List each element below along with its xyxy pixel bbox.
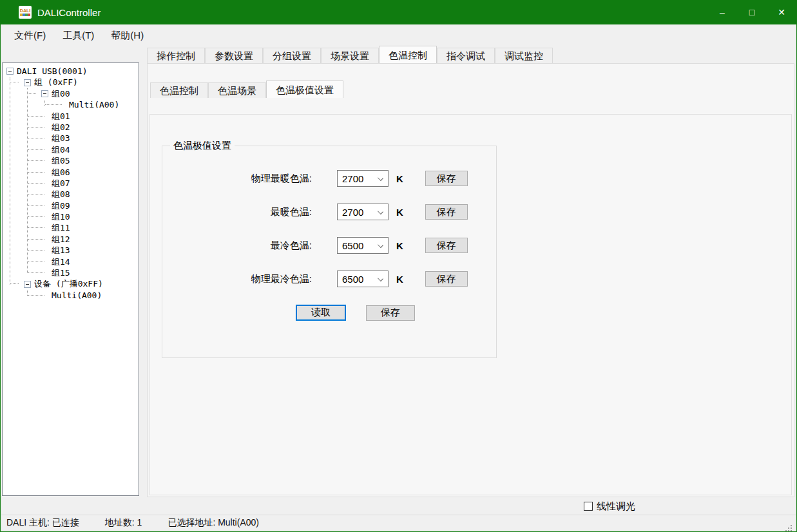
action-row: 读取 保存 bbox=[162, 305, 496, 321]
sub-tab-pane: 色温极值设置 物理最暖色温:2700K保存最暖色温:2700K保存最冷色温:65… bbox=[149, 114, 792, 495]
tree-expander-icon[interactable] bbox=[6, 68, 14, 75]
tree-connector bbox=[28, 272, 44, 273]
tree-node-1[interactable]: 组 (0xFF) bbox=[3, 77, 139, 88]
close-button[interactable]: ✕ bbox=[767, 0, 796, 24]
maximize-button[interactable]: □ bbox=[737, 0, 767, 24]
tree-node-8[interactable]: 组05 bbox=[3, 155, 139, 166]
tab-sub-2[interactable]: 色温极值设置 bbox=[266, 81, 343, 98]
app-icon: DALI bbox=[19, 6, 32, 19]
tree-node-label: 组 (0xFF) bbox=[34, 77, 78, 88]
tree-node-label: 组07 bbox=[52, 178, 70, 189]
tab-area: 操作控制参数设置分组设置场景设置色温控制指令调试调试监控 色温控制色温场景色温极… bbox=[147, 48, 794, 497]
tree-node-18[interactable]: 组15 bbox=[3, 267, 139, 278]
main-tabstrip: 操作控制参数设置分组设置场景设置色温控制指令调试调试监控 bbox=[147, 48, 794, 63]
tree-connector bbox=[28, 172, 44, 173]
titlebar: DALI DALIController – □ ✕ bbox=[1, 0, 796, 24]
menu-help[interactable]: 帮助(H) bbox=[102, 26, 152, 46]
label-warmest-cct: 最暖色温: bbox=[162, 206, 312, 218]
app-icon-letters: DALI bbox=[20, 8, 30, 14]
sub-tabstrip: 色温控制色温场景色温极值设置 bbox=[150, 82, 343, 98]
tree-connector bbox=[10, 82, 19, 82]
tab-sub-0[interactable]: 色温控制 bbox=[150, 82, 208, 98]
tree-node-label: Multi(A00) bbox=[52, 290, 102, 301]
combo-physical-warmest-cct[interactable]: 2700 bbox=[337, 170, 389, 187]
tree-node-4[interactable]: 组01 bbox=[3, 111, 139, 122]
label-coolest-cct: 最冷色温: bbox=[162, 240, 312, 252]
maximize-icon: □ bbox=[749, 8, 754, 17]
tree-node-12[interactable]: 组09 bbox=[3, 200, 139, 211]
tab-main-2[interactable]: 分组设置 bbox=[263, 48, 321, 63]
tab-main-1[interactable]: 参数设置 bbox=[205, 48, 263, 63]
tree-node-17[interactable]: 组14 bbox=[3, 256, 139, 267]
linear-dimming-label[interactable]: 线性调光 bbox=[597, 500, 635, 513]
combo-coolest-cct[interactable]: 6500 bbox=[337, 237, 389, 254]
save-button-coolest-cct[interactable]: 保存 bbox=[425, 238, 468, 253]
linear-dimming-checkbox[interactable] bbox=[584, 502, 593, 511]
minimize-icon: – bbox=[720, 8, 725, 17]
tree-node-label: 组11 bbox=[52, 222, 70, 233]
unit-label: K bbox=[396, 274, 403, 285]
linear-dimming-row: 线性调光 bbox=[1, 497, 796, 515]
tab-main-4[interactable]: 色温控制 bbox=[379, 46, 437, 63]
tree-connector bbox=[28, 93, 36, 94]
combo-value: 2700 bbox=[342, 173, 363, 184]
chevron-down-icon[interactable] bbox=[378, 276, 383, 281]
combo-value: 6500 bbox=[342, 240, 363, 251]
tree-expander-icon[interactable] bbox=[41, 90, 48, 97]
tree-node-16[interactable]: 组13 bbox=[3, 245, 139, 256]
form-row-coolest-cct: 最冷色温:6500K保存 bbox=[162, 229, 496, 262]
tree-node-label: 组15 bbox=[52, 267, 70, 278]
menu-file[interactable]: 文件(F) bbox=[6, 26, 54, 46]
tab-main-6[interactable]: 调试监控 bbox=[495, 48, 553, 63]
save-button-physical-coolest-cct[interactable]: 保存 bbox=[425, 271, 468, 287]
combo-warmest-cct[interactable]: 2700 bbox=[337, 204, 389, 220]
tree-node-label: 组03 bbox=[52, 133, 70, 144]
status-address-count: 地址数: 1 bbox=[105, 517, 142, 529]
tree-node-10[interactable]: 组07 bbox=[3, 178, 139, 189]
tab-main-3[interactable]: 场景设置 bbox=[321, 48, 379, 63]
tree-connector bbox=[28, 116, 44, 117]
tree-connector bbox=[28, 250, 44, 251]
tree-node-20[interactable]: Multi(A00) bbox=[3, 290, 139, 301]
tree-node-13[interactable]: 组10 bbox=[3, 211, 139, 222]
tree-node-14[interactable]: 组11 bbox=[3, 222, 139, 233]
tree-node-6[interactable]: 组03 bbox=[3, 133, 139, 144]
tab-sub-1[interactable]: 色温场景 bbox=[208, 82, 266, 98]
save-button-physical-warmest-cct[interactable]: 保存 bbox=[425, 171, 468, 186]
tree-node-label: 组09 bbox=[52, 200, 70, 211]
save-all-button[interactable]: 保存 bbox=[366, 305, 415, 321]
tree-node-11[interactable]: 组08 bbox=[3, 189, 139, 200]
tree-node-19[interactable]: 设备 (广播0xFF) bbox=[3, 278, 139, 289]
save-button-warmest-cct[interactable]: 保存 bbox=[425, 204, 468, 220]
tree-expander-icon[interactable] bbox=[24, 281, 31, 288]
tree-node-9[interactable]: 组06 bbox=[3, 167, 139, 178]
chevron-down-icon[interactable] bbox=[378, 209, 383, 214]
tree-node-2[interactable]: 组00 bbox=[3, 88, 139, 99]
tree-node-0[interactable]: DALI USB(0001) bbox=[3, 66, 139, 77]
chevron-down-icon[interactable] bbox=[378, 242, 383, 248]
tab-main-5[interactable]: 指令调试 bbox=[437, 48, 495, 63]
label-physical-warmest-cct: 物理最暖色温: bbox=[162, 173, 312, 185]
chevron-down-icon[interactable] bbox=[378, 175, 383, 181]
app-icon-colorbar bbox=[20, 14, 30, 16]
menu-tools[interactable]: 工具(T) bbox=[54, 26, 102, 46]
tree-expander-icon[interactable] bbox=[24, 79, 31, 86]
tab-main-0[interactable]: 操作控制 bbox=[147, 48, 205, 63]
resize-grip-icon[interactable] bbox=[785, 525, 787, 526]
main-tab-pane: 色温控制色温场景色温极值设置 色温极值设置 物理最暖色温:2700K保存最暖色温… bbox=[147, 63, 794, 497]
combo-physical-coolest-cct[interactable]: 6500 bbox=[337, 271, 389, 287]
tree-node-label: 组13 bbox=[52, 245, 70, 256]
unit-label: K bbox=[396, 207, 403, 218]
tree-connector bbox=[10, 283, 19, 284]
minimize-button[interactable]: – bbox=[707, 0, 737, 24]
unit-label: K bbox=[396, 240, 403, 251]
menubar: 文件(F) 工具(T) 帮助(H) bbox=[1, 24, 796, 46]
tree-node-15[interactable]: 组12 bbox=[3, 234, 139, 245]
tree-node-5[interactable]: 组02 bbox=[3, 122, 139, 133]
read-button[interactable]: 读取 bbox=[296, 305, 346, 321]
tree-node-label: Multi(A00) bbox=[69, 99, 119, 110]
tree-node-label: 组06 bbox=[52, 167, 70, 178]
tree-node-7[interactable]: 组04 bbox=[3, 144, 139, 155]
tree-node-3[interactable]: Multi(A00) bbox=[3, 99, 139, 110]
tree-node-label: 组01 bbox=[52, 111, 70, 122]
